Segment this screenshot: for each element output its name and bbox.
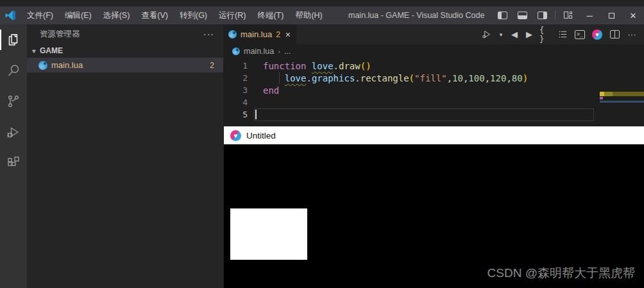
text-cursor xyxy=(255,110,257,119)
tab-bar: main.lua 2 × ▾ ◀ ▶ { } >_ ··· xyxy=(223,24,644,44)
vscode-logo-icon xyxy=(4,10,16,21)
love-file-icon xyxy=(38,61,47,70)
code-line-2[interactable]: 2 love.graphics.rectangle("fill",10,100,… xyxy=(223,72,644,84)
vscode-window: mn int MNV;//容器 文件(F)编辑(E)选择(S)查看(V)转到(G… xyxy=(0,0,644,288)
code-line-1[interactable]: 1function love.draw() xyxy=(223,60,644,72)
menu-item-7[interactable]: 帮助(H) xyxy=(289,6,328,24)
menu-item-6[interactable]: 终端(T) xyxy=(251,6,289,24)
minimize-button[interactable]: ─ xyxy=(579,6,600,24)
line-number: 1 xyxy=(223,61,248,71)
line-number: 2 xyxy=(223,73,248,83)
navigate-forward-icon[interactable]: ▶ xyxy=(525,28,534,41)
line-number: 4 xyxy=(223,97,248,107)
minimap-code-marker xyxy=(600,92,644,96)
menu-item-5[interactable]: 运行(R) xyxy=(213,6,251,24)
folder-section-game[interactable]: ▼ GAME xyxy=(27,44,223,58)
love-file-icon xyxy=(228,30,237,38)
window-title: main.lua - GAME - Visual Studio Code xyxy=(348,6,484,24)
love-app-icon xyxy=(230,130,241,141)
toggle-sidebar-icon[interactable] xyxy=(498,12,507,19)
code-lines: 1function love.draw()2 love.graphics.rec… xyxy=(223,60,644,121)
more-actions-icon[interactable]: ··· xyxy=(626,28,638,41)
menu-item-2[interactable]: 选择(S) xyxy=(97,6,136,24)
breadcrumb-ellipsis[interactable]: ... xyxy=(284,47,291,56)
menu-bar: 文件(F)编辑(E)选择(S)查看(V)转到(G)运行(R)终端(T)帮助(H) xyxy=(21,6,328,24)
line-number: 3 xyxy=(223,85,248,95)
love-game-window: Untitled CSDN @森明帮大于黑虎帮 xyxy=(224,126,644,288)
run-debug-icon[interactable] xyxy=(0,117,27,148)
love-run-icon[interactable] xyxy=(591,28,603,41)
csdn-watermark: CSDN @森明帮大于黑虎帮 xyxy=(487,265,635,282)
navigate-back-icon[interactable]: ◀ xyxy=(510,28,519,41)
menu-item-1[interactable]: 编辑(E) xyxy=(59,6,97,24)
title-bar: 文件(F)编辑(E)选择(S)查看(V)转到(G)运行(R)终端(T)帮助(H)… xyxy=(0,6,644,24)
split-editor-icon[interactable] xyxy=(609,28,620,41)
toggle-panel-icon[interactable] xyxy=(518,12,527,19)
activity-bar xyxy=(0,24,27,288)
love-file-icon xyxy=(232,47,240,55)
breadcrumb-file[interactable]: main.lua xyxy=(244,47,274,56)
explorer-more-actions-icon[interactable]: ··· xyxy=(203,29,214,39)
code-line-3[interactable]: 3end xyxy=(223,84,644,96)
search-icon[interactable] xyxy=(0,55,27,86)
code-line-5[interactable]: 5 xyxy=(223,108,644,121)
explorer-title: 资源管理器 xyxy=(40,29,80,40)
menu-item-3[interactable]: 查看(V) xyxy=(135,6,174,24)
debug-run-icon[interactable] xyxy=(480,28,492,41)
tab-label: main.lua xyxy=(241,30,272,39)
tab-close-icon[interactable]: × xyxy=(285,30,291,40)
breadcrumb[interactable]: main.lua › ... xyxy=(223,44,644,58)
maximize-button[interactable] xyxy=(600,6,622,24)
game-window-title: Untitled xyxy=(246,131,276,140)
close-button[interactable]: ✕ xyxy=(622,6,644,24)
terminal-icon[interactable]: >_ xyxy=(574,28,586,41)
tab-badge: 2 xyxy=(276,30,280,39)
explorer-sidebar: 资源管理器 ··· ▼ GAME main.lua 2 xyxy=(27,24,223,288)
minimap-code-marker xyxy=(600,97,603,99)
minimap-slider xyxy=(600,101,644,103)
breadcrumb-separator-icon: › xyxy=(278,47,280,55)
chevron-down-icon: ▼ xyxy=(30,47,38,54)
extensions-icon[interactable] xyxy=(0,148,27,178)
titlebar-separator xyxy=(555,11,555,20)
customize-layout-icon[interactable] xyxy=(564,12,573,19)
menu-item-0[interactable]: 文件(F) xyxy=(21,6,59,24)
game-title-bar[interactable]: Untitled xyxy=(224,126,644,144)
outline-list-icon[interactable] xyxy=(557,28,568,41)
file-name: main.lua xyxy=(51,60,83,70)
run-dropdown-chevron-icon[interactable]: ▾ xyxy=(498,28,504,41)
game-canvas: CSDN @森明帮大于黑虎帮 xyxy=(224,144,644,288)
drawn-rectangle xyxy=(230,208,307,260)
background-window-strip: mn int MNV;//容器 xyxy=(0,0,644,6)
source-control-icon[interactable] xyxy=(0,86,27,117)
code-line-4[interactable]: 4 xyxy=(223,96,644,108)
menu-item-4[interactable]: 转到(G) xyxy=(174,6,213,24)
editor-toolbar: ▾ ◀ ▶ { } >_ ··· xyxy=(480,24,644,44)
line-number: 5 xyxy=(223,110,248,119)
toggle-secondary-sidebar-icon[interactable] xyxy=(538,12,547,19)
explorer-icon[interactable] xyxy=(0,24,27,55)
file-item-main-lua[interactable]: main.lua 2 xyxy=(27,58,223,72)
file-problems-badge: 2 xyxy=(210,61,214,70)
minimap[interactable] xyxy=(600,92,644,105)
braces-icon[interactable]: { } xyxy=(539,28,551,41)
tab-main-lua[interactable]: main.lua 2 × xyxy=(223,24,297,44)
